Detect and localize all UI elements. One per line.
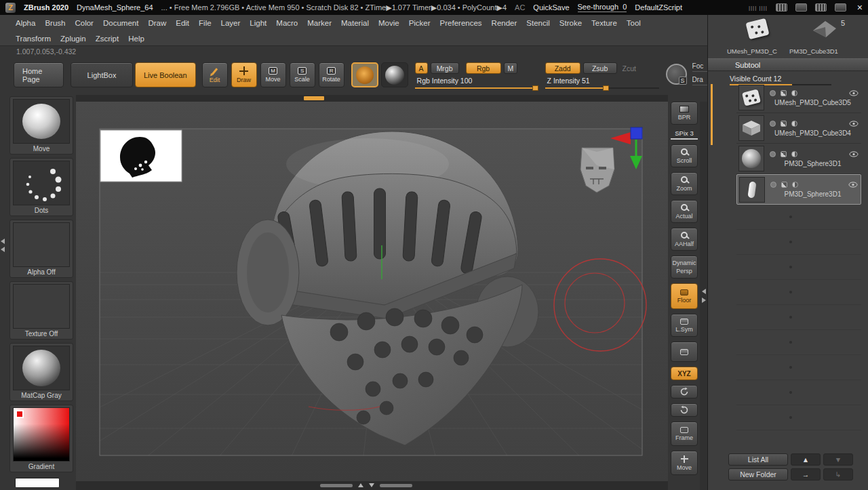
menu-document[interactable]: Document	[98, 18, 143, 28]
rgb-button[interactable]: Rgb	[466, 62, 501, 74]
h-scroll-thumb-right[interactable]	[380, 484, 412, 487]
new-folder-button[interactable]: New Folder	[728, 468, 788, 481]
sculpt-toggle-icon[interactable]	[781, 121, 787, 127]
move-down-button[interactable]: ▼	[823, 453, 853, 466]
menu-texture[interactable]: Texture	[587, 18, 622, 28]
menu-picker[interactable]: Picker	[404, 18, 435, 28]
main-color-swatch[interactable]	[15, 478, 60, 488]
h-scroll-thumb-left[interactable]	[320, 484, 353, 487]
sculpt-toggle-icon[interactable]	[781, 90, 787, 96]
z-intensity-slider[interactable]: Z Intensity 51	[545, 77, 659, 88]
default-zscript-button[interactable]: DefaultZScript	[635, 3, 682, 12]
see-through-slider[interactable]: See-through 0	[578, 3, 627, 12]
collapse-right-icon[interactable]	[702, 298, 706, 303]
close-icon[interactable]: ×	[857, 2, 863, 13]
current-brush-preview[interactable]	[351, 62, 378, 87]
brush-selector[interactable]: Move	[9, 96, 73, 155]
menu-movie[interactable]: Movie	[374, 18, 404, 28]
live-boolean-button[interactable]: Live Boolean	[135, 62, 196, 87]
polypaint-icon[interactable]	[770, 90, 776, 96]
scroll-button[interactable]: Scroll	[671, 144, 698, 167]
menu-macro[interactable]: Macro	[271, 18, 302, 28]
sculpt-toggle-icon[interactable]	[781, 182, 787, 188]
subtool-scrollbar[interactable]	[711, 84, 713, 145]
quicksave-button[interactable]: QuickSave	[533, 3, 569, 12]
stroke-curve-icon[interactable]: S	[666, 64, 687, 85]
menu-color[interactable]: Color	[70, 18, 98, 28]
right-tray-splitter[interactable]	[700, 102, 707, 490]
current-material-preview[interactable]	[381, 62, 408, 87]
menu-alpha[interactable]: Alpha	[11, 18, 40, 28]
color-picker[interactable]: Gradient	[9, 405, 73, 472]
visibility-eye-icon[interactable]	[849, 151, 859, 157]
canvas-top-scrollbar[interactable]	[76, 95, 668, 102]
scale-mode-button[interactable]: S Scale	[290, 62, 315, 87]
menu-material[interactable]: Material	[336, 18, 374, 28]
list-all-button[interactable]: List All	[728, 453, 788, 466]
zoom-button[interactable]: Zoom	[671, 172, 698, 195]
left-tray-collapse[interactable]	[1, 239, 5, 252]
actual-size-button[interactable]: Actual	[671, 200, 698, 223]
stroke-selector[interactable]: Dots	[9, 158, 73, 216]
subtool-header[interactable]: Subtool	[708, 58, 868, 71]
menu-zplugin[interactable]: Zplugin	[56, 33, 91, 44]
transpose-button[interactable]	[671, 342, 698, 362]
zcut-button[interactable]: Zcut	[620, 64, 639, 73]
mrgb-button[interactable]: Mrgb	[431, 62, 459, 74]
menu-render[interactable]: Render	[487, 18, 522, 28]
pivot-icon[interactable]	[671, 403, 698, 417]
subtool-row[interactable]: UMesh_PM3D_Cube3D5	[736, 83, 861, 113]
lightbox-button[interactable]: LightBox	[71, 62, 133, 87]
difference-icon[interactable]	[791, 151, 797, 157]
polypaint-icon[interactable]	[770, 182, 776, 188]
menu-edit[interactable]: Edit	[171, 18, 194, 28]
alpha-badge[interactable]: A	[415, 62, 428, 74]
subtool-row[interactable]: PM3D_Sphere3D1	[736, 144, 861, 174]
spix-slider[interactable]: SPix 3	[671, 129, 698, 140]
home-page-button[interactable]: Home Page	[14, 62, 64, 87]
zsub-button[interactable]: Zsub	[583, 62, 617, 74]
zadd-button[interactable]: Zadd	[545, 62, 580, 74]
subtool-thumb[interactable]	[738, 85, 764, 110]
menu-stroke[interactable]: Stroke	[555, 18, 587, 28]
difference-icon[interactable]	[791, 121, 797, 127]
texture-thumbnail[interactable]	[13, 284, 70, 329]
menu-brush[interactable]: Brush	[40, 18, 70, 28]
menu-preferences[interactable]: Preferences	[435, 18, 487, 28]
scroll-down-icon[interactable]	[369, 483, 374, 487]
menu-help[interactable]: Help	[123, 33, 149, 44]
document-scene[interactable]	[76, 102, 668, 481]
local-symmetry-button[interactable]: L.Sym	[671, 314, 698, 337]
menu-light[interactable]: Light	[245, 18, 271, 28]
insert-button[interactable]: ↳	[823, 468, 853, 481]
subtool-row[interactable]: UMesh_PM3D_Cube3D4	[736, 113, 861, 144]
alpha-selector[interactable]: Alpha Off	[9, 220, 73, 278]
layout-icon[interactable]	[835, 3, 846, 12]
menu-tool[interactable]: Tool	[622, 18, 646, 28]
menu-transform[interactable]: Transform	[11, 33, 56, 44]
move-doc-button[interactable]: Move	[671, 451, 698, 475]
scroll-thumb[interactable]	[304, 96, 324, 100]
keyboard-icon[interactable]	[776, 3, 787, 12]
move-mode-button[interactable]: M Move	[260, 62, 286, 87]
color-gradient-square[interactable]	[13, 407, 70, 462]
texture-selector[interactable]: Texture Off	[9, 281, 73, 340]
material-thumbnail[interactable]	[13, 346, 70, 390]
floor-button[interactable]: Floor	[671, 283, 698, 309]
subtool-thumb[interactable]	[739, 177, 765, 203]
move-up-button[interactable]: ▲	[791, 453, 821, 466]
rotate-mode-button[interactable]: R Rotate	[319, 62, 344, 87]
canvas-bottom-scrollbar[interactable]	[76, 481, 668, 490]
local-transform-icon[interactable]	[671, 385, 698, 399]
subtool-thumb[interactable]	[738, 146, 764, 171]
xyz-symmetry-button[interactable]: XYZ	[671, 367, 698, 380]
tool-thumb-cube[interactable]	[811, 19, 838, 39]
visibility-eye-icon[interactable]	[849, 121, 859, 127]
polypaint-icon[interactable]	[770, 121, 776, 127]
duplicate-button[interactable]: →	[791, 468, 821, 481]
menu-marker[interactable]: Marker	[302, 18, 336, 28]
frame-button[interactable]: Frame	[671, 422, 698, 446]
canvas-viewport[interactable]	[76, 102, 668, 481]
subtool-row-selected[interactable]: PM3D_Sphere3D1	[736, 174, 861, 205]
m-button[interactable]: M	[504, 62, 518, 74]
